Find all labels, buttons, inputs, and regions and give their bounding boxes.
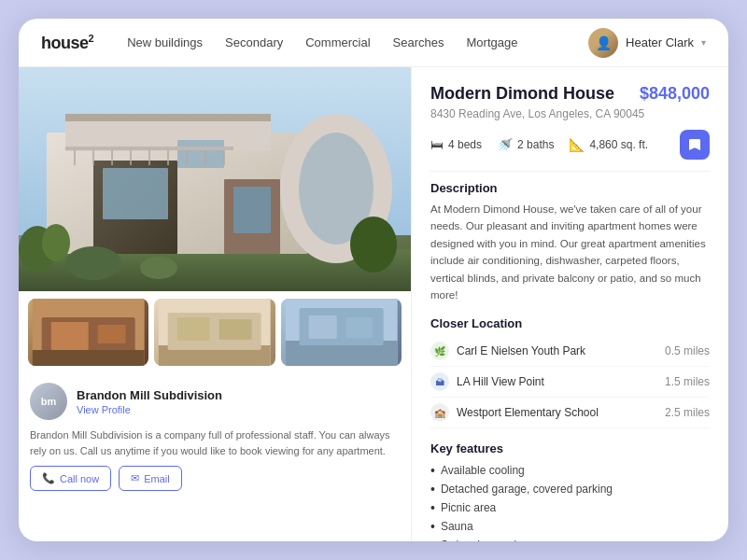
right-panel: Modern Dimond House $848,000 8430 Readin… <box>411 67 728 541</box>
bullet-icon: • <box>430 538 435 541</box>
svg-rect-7 <box>103 168 168 219</box>
svg-rect-41 <box>345 317 372 338</box>
user-name: Heater Clark <box>626 35 694 49</box>
beds-spec: 🛏 4 beds <box>430 137 482 152</box>
features-list: •Available cooling •Detached garage, cov… <box>430 461 710 541</box>
sqft-spec: 📐 4,860 sq. ft. <box>569 137 648 152</box>
main-property-image <box>19 67 411 291</box>
svg-rect-6 <box>65 114 271 121</box>
property-specs: 🛏 4 beds 🚿 2 baths 📐 4,860 sq. ft. <box>430 130 710 160</box>
beds-value: 4 beds <box>448 138 482 151</box>
bookmark-icon <box>687 137 702 152</box>
key-features-section: Key features •Available cooling •Detache… <box>430 441 710 541</box>
nav-secondary[interactable]: Secondary <box>225 35 283 49</box>
sqft-value: 4,860 sq. ft. <box>589 138 648 151</box>
feature-2: •Picnic area <box>430 498 710 517</box>
agent-info: Brandon Mill Subdivision View Profile <box>77 388 222 415</box>
bed-icon: 🛏 <box>430 137 444 152</box>
property-address: 8430 Reading Ave, Los Angeles, CA 90045 <box>430 107 710 120</box>
location-dot-view: 🏔 <box>430 372 449 391</box>
svg-rect-40 <box>308 315 336 339</box>
location-item-1: 🏔 LA Hill View Point 1.5 miles <box>430 367 710 398</box>
svg-rect-10 <box>65 147 233 150</box>
location-item-2: 🏫 Westport Elementary School 2.5 miles <box>430 398 710 428</box>
main-nav: New buildings Secondary Commercial Searc… <box>127 35 562 49</box>
bullet-icon: • <box>430 500 435 515</box>
nav-new-buildings[interactable]: New buildings <box>127 35 203 49</box>
mail-icon: ✉ <box>131 472 139 484</box>
property-photo <box>19 67 411 291</box>
save-button[interactable] <box>680 130 710 160</box>
action-buttons: 📞 Call now ✉ Email <box>30 466 400 491</box>
divider-1 <box>430 171 710 172</box>
baths-spec: 🚿 2 baths <box>497 137 554 152</box>
svg-point-23 <box>350 217 397 273</box>
svg-point-24 <box>42 224 70 261</box>
phone-icon: 📞 <box>42 472 55 484</box>
agent-section: bm Brandon Mill Subdivision View Profile… <box>19 373 411 500</box>
location-dist-1: 1.5 miles <box>665 375 710 388</box>
svg-rect-30 <box>98 325 126 343</box>
agent-name: Brandon Mill Subdivision <box>77 388 222 402</box>
location-dot-school: 🏫 <box>430 403 449 422</box>
svg-point-25 <box>65 246 121 280</box>
thumbnail-3[interactable] <box>281 299 402 366</box>
property-title: Modern Dimond House <box>430 84 614 104</box>
nav-mortgage[interactable]: Mortgage <box>467 35 518 49</box>
feature-4: •Swimming pool <box>430 536 710 541</box>
bullet-icon: • <box>430 519 435 534</box>
agent-avatar: bm <box>30 383 67 420</box>
location-dot-park: 🌿 <box>430 342 449 360</box>
logo-text: house <box>41 34 89 52</box>
location-name-0: Carl E Nielsen Youth Park <box>457 344 657 357</box>
location-name-1: LA Hill View Point <box>457 375 657 388</box>
chevron-down-icon: ▾ <box>701 37 706 48</box>
logo[interactable]: house2 <box>41 33 93 53</box>
agent-view-profile-link[interactable]: View Profile <box>77 404 222 415</box>
location-item-0: 🌿 Carl E Nielsen Youth Park 0.5 miles <box>430 336 710 367</box>
agent-description: Brandon Mill Subdivision is a company fu… <box>30 427 400 458</box>
bath-icon: 🚿 <box>497 137 513 152</box>
logo-sup: 2 <box>89 33 94 44</box>
nav-commercial[interactable]: Commercial <box>305 35 370 49</box>
feature-3: •Sauna <box>430 517 710 536</box>
svg-rect-35 <box>177 317 210 341</box>
property-header: Modern Dimond House $848,000 <box>430 84 710 104</box>
thumbnail-row <box>19 291 411 373</box>
feature-1: •Detached garage, covered parking <box>430 480 710 498</box>
agent-header: bm Brandon Mill Subdivision View Profile <box>30 383 400 420</box>
call-now-button[interactable]: 📞 Call now <box>30 466 111 491</box>
user-menu[interactable]: 👤 Heater Clark ▾ <box>588 28 706 58</box>
location-dist-0: 0.5 miles <box>665 344 710 357</box>
bullet-icon: • <box>430 463 435 478</box>
features-title: Key features <box>430 441 710 455</box>
left-panel: bm Brandon Mill Subdivision View Profile… <box>19 67 411 541</box>
location-title: Closer Location <box>430 316 710 330</box>
baths-value: 2 baths <box>517 138 554 151</box>
location-name-2: Westport Elementary School <box>457 406 657 419</box>
feature-0: •Available cooling <box>430 461 710 480</box>
email-label: Email <box>144 473 170 484</box>
description-title: Description <box>430 181 710 195</box>
svg-rect-8 <box>177 140 224 168</box>
email-button[interactable]: ✉ Email <box>119 466 182 491</box>
svg-rect-36 <box>219 319 252 340</box>
avatar: 👤 <box>588 28 618 58</box>
svg-point-26 <box>140 257 177 279</box>
thumbnail-1[interactable] <box>28 299 148 366</box>
svg-rect-31 <box>33 350 145 366</box>
svg-rect-9 <box>233 187 271 233</box>
thumbnail-2[interactable] <box>154 299 275 366</box>
description-text: At Modern Dimond House, we've taken care… <box>430 201 710 303</box>
nav-searches[interactable]: Searches <box>393 35 444 49</box>
bullet-icon: • <box>430 482 435 497</box>
header: house2 New buildings Secondary Commercia… <box>19 19 728 67</box>
location-section: Closer Location 🌿 Carl E Nielsen Youth P… <box>430 316 710 428</box>
svg-rect-29 <box>51 322 89 350</box>
call-now-label: Call now <box>60 473 99 484</box>
property-price: $848,000 <box>640 84 710 104</box>
area-icon: 📐 <box>569 137 585 152</box>
main-content: bm Brandon Mill Subdivision View Profile… <box>19 67 728 541</box>
location-dist-2: 2.5 miles <box>665 406 710 419</box>
property-card: house2 New buildings Secondary Commercia… <box>19 19 728 541</box>
